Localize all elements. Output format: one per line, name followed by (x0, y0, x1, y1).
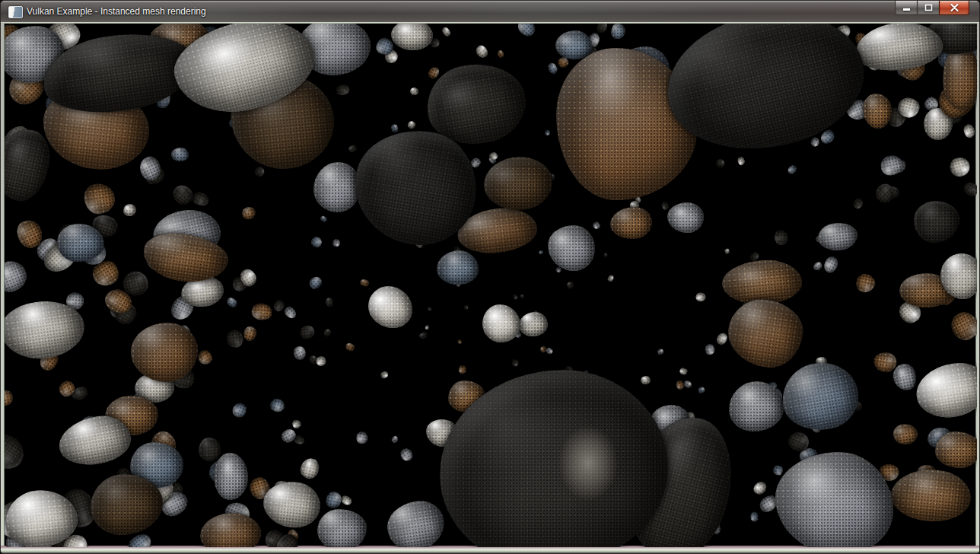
rock (853, 24, 945, 75)
rock (282, 304, 298, 320)
rock (519, 294, 525, 300)
rock-highlight-patch (558, 425, 618, 501)
rock (695, 291, 707, 303)
rock (475, 43, 491, 60)
rock (912, 359, 977, 422)
rock (269, 396, 286, 412)
rock (705, 343, 715, 355)
rock (548, 225, 595, 271)
rock (852, 196, 866, 209)
rock (777, 357, 864, 436)
rock (326, 298, 333, 307)
rock (935, 431, 977, 468)
rock (131, 323, 198, 382)
render-viewport[interactable] (5, 24, 977, 547)
minimize-icon (902, 5, 911, 11)
rock (610, 207, 652, 239)
rock (231, 400, 249, 419)
rock (390, 435, 399, 444)
rock (253, 166, 266, 179)
rock (592, 221, 602, 231)
rock (775, 230, 789, 246)
rock (299, 325, 315, 340)
rock (698, 386, 706, 393)
rock (200, 513, 261, 548)
rock (667, 202, 704, 233)
rock (775, 452, 893, 548)
rock (961, 180, 977, 199)
maximize-button[interactable] (917, 1, 939, 15)
rock (241, 205, 256, 220)
rock (325, 490, 343, 509)
rock (345, 342, 356, 352)
rock (546, 62, 559, 75)
rock (457, 339, 462, 344)
rock (737, 156, 746, 166)
rock (662, 202, 670, 211)
rock (724, 295, 807, 372)
rock (496, 49, 506, 59)
rock (640, 376, 650, 385)
rock (546, 346, 555, 355)
rock (123, 204, 137, 216)
rock (309, 234, 324, 250)
rock (538, 249, 544, 255)
rock (729, 381, 784, 431)
close-icon (950, 4, 959, 11)
rock (242, 325, 259, 342)
rock (463, 304, 469, 311)
title-bar[interactable]: Vulkan Example - Instanced mesh renderin… (1, 1, 979, 22)
rock (410, 88, 418, 95)
rock (962, 123, 975, 139)
rock (359, 278, 370, 288)
rock (226, 330, 244, 349)
rock (169, 182, 196, 209)
rock (544, 129, 550, 135)
rock (871, 180, 897, 206)
rock (332, 238, 341, 247)
rock (657, 349, 664, 355)
rock (347, 144, 358, 154)
rock (610, 24, 625, 39)
minimize-button[interactable] (895, 1, 917, 15)
rock (603, 253, 608, 258)
rock (679, 367, 689, 377)
rock (307, 274, 324, 291)
rock (863, 94, 892, 129)
rock (317, 356, 326, 367)
rock (943, 45, 977, 110)
rock (889, 466, 973, 525)
rock (595, 24, 609, 33)
rock (390, 123, 399, 133)
rock (948, 155, 972, 178)
rock (817, 221, 859, 252)
rock (821, 253, 840, 275)
rock (261, 479, 323, 530)
rock (947, 307, 977, 345)
application-window: Vulkan Example - Instanced mesh renderin… (0, 0, 980, 554)
rock (484, 157, 552, 210)
rock (437, 250, 479, 285)
rock (291, 419, 301, 429)
rock (291, 344, 308, 361)
rock (812, 260, 823, 272)
rock (892, 422, 918, 446)
rock (914, 201, 959, 243)
window-title: Vulkan Example - Instanced mesh renderin… (27, 6, 206, 17)
rock (751, 479, 768, 497)
rock (225, 296, 239, 309)
application-icon[interactable] (8, 6, 23, 18)
rock (427, 306, 432, 311)
rock (196, 349, 215, 368)
rock (398, 447, 415, 463)
close-button[interactable] (939, 1, 969, 15)
rock (482, 304, 520, 342)
rock (606, 274, 615, 283)
rock (750, 512, 758, 522)
rock (251, 303, 273, 321)
maximize-icon (924, 4, 933, 11)
rock (519, 312, 548, 336)
rock (214, 453, 248, 500)
rock (319, 215, 327, 223)
rock (339, 494, 353, 508)
